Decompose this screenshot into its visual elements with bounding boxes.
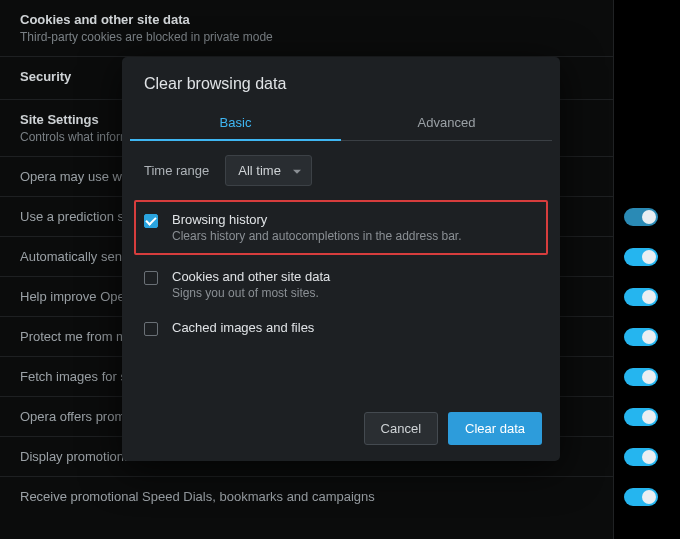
clear-options-list: Browsing history Clears history and auto… [122, 200, 560, 355]
tab-basic[interactable]: Basic [130, 107, 341, 140]
option-body: Cached images and files [172, 320, 538, 337]
chevron-down-icon [293, 169, 301, 173]
cancel-button[interactable]: Cancel [364, 412, 438, 445]
option-body: Browsing history Clears history and auto… [172, 212, 538, 243]
setting-label: Receive promotional Speed Dials, bookmar… [20, 489, 375, 504]
toggle-switch[interactable] [624, 208, 658, 226]
toggle-switch[interactable] [624, 448, 658, 466]
setting-receive-promo[interactable]: Receive promotional Speed Dials, bookmar… [0, 476, 613, 516]
option-subtitle: Clears history and autocompletions in th… [172, 229, 538, 243]
setting-label: Opera may use web [20, 169, 136, 184]
dialog-tabs: Basic Advanced [130, 107, 552, 141]
setting-title: Cookies and other site data [20, 12, 593, 27]
toggle-switch[interactable] [624, 248, 658, 266]
setting-label: Opera offers promot [20, 409, 136, 424]
option-title: Cached images and files [172, 320, 538, 335]
toggle-switch[interactable] [624, 488, 658, 506]
button-label: Clear data [465, 421, 525, 436]
setting-label: Protect me from ma [20, 329, 134, 344]
option-cookies[interactable]: Cookies and other site data Signs you ou… [136, 259, 546, 310]
dialog-actions: Cancel Clear data [364, 412, 542, 445]
checkbox-cookies[interactable] [144, 271, 158, 285]
time-range-row: Time range All time [122, 141, 560, 200]
option-cached[interactable]: Cached images and files [136, 310, 546, 347]
setting-label: Use a prediction ser [20, 209, 136, 224]
setting-cookies[interactable]: Cookies and other site data Third-party … [0, 0, 613, 56]
time-range-label: Time range [144, 163, 209, 178]
toggle-switch[interactable] [624, 368, 658, 386]
toggle-switch[interactable] [624, 288, 658, 306]
select-value: All time [238, 163, 281, 178]
button-label: Cancel [381, 421, 421, 436]
clear-data-button[interactable]: Clear data [448, 412, 542, 445]
option-subtitle: Signs you out of most sites. [172, 286, 538, 300]
checkbox-browsing-history[interactable] [144, 214, 158, 228]
option-browsing-history[interactable]: Browsing history Clears history and auto… [134, 200, 548, 255]
option-title: Cookies and other site data [172, 269, 538, 284]
setting-label: Help improve Opera [20, 289, 136, 304]
option-body: Cookies and other site data Signs you ou… [172, 269, 538, 300]
option-title: Browsing history [172, 212, 538, 227]
clear-browsing-data-dialog: Clear browsing data Basic Advanced Time … [122, 57, 560, 461]
tab-label: Basic [220, 115, 252, 130]
toggle-switch[interactable] [624, 328, 658, 346]
dialog-title: Clear browsing data [122, 57, 560, 107]
time-range-select[interactable]: All time [225, 155, 312, 186]
tab-advanced[interactable]: Advanced [341, 107, 552, 140]
toggle-switch[interactable] [624, 408, 658, 426]
tab-label: Advanced [418, 115, 476, 130]
checkbox-cached[interactable] [144, 322, 158, 336]
setting-subtitle: Third-party cookies are blocked in priva… [20, 30, 593, 44]
